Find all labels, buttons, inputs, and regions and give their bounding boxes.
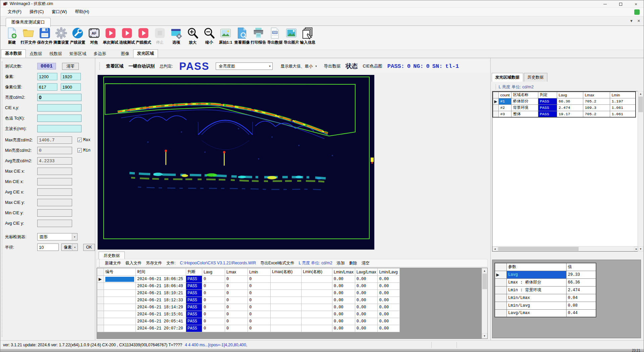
tool-printer[interactable]: 打印报告: [250, 26, 267, 50]
history-table-row[interactable]: 2024-06-21 18:15:01PASS0000.000.000.00: [97, 311, 400, 318]
history-table-row[interactable]: 2024-06-21 18:12:33PASS0000.000.000.00: [97, 297, 400, 304]
scrollbar-thumb[interactable]: [498, 247, 579, 251]
tool-open-folder[interactable]: 打开文件: [20, 26, 37, 50]
history-table-row[interactable]: 2024-06-21 18:14:29PASS0000.000.000.00: [97, 304, 400, 311]
export-excel-button[interactable]: 导出Excel格式文件: [260, 260, 294, 266]
region-table-row[interactable]: #2背景环境PASS2.474109.31.061: [493, 104, 636, 111]
tab-list-dropdown-icon[interactable]: ▼: [630, 19, 633, 23]
cyan-input[interactable]: [37, 115, 82, 122]
toolbar-grip[interactable]: [99, 62, 100, 70]
ok-button[interactable]: OK: [83, 244, 95, 251]
gray-readout[interactable]: [37, 178, 72, 185]
display-mode-select[interactable]: 显示最大值、最小 ▼: [278, 62, 319, 70]
minimize-button[interactable]: [597, 0, 613, 8]
parameter-table-row[interactable]: Lmax : 桥体部分66.36: [495, 278, 596, 286]
close-button[interactable]: ×: [628, 0, 644, 8]
checkbox-min[interactable]: ✓: [77, 148, 82, 153]
load-file-button[interactable]: 载入文件: [125, 260, 142, 266]
history-table-row[interactable]: 2024-06-21 18:10:21PASS0000.000.000.00: [97, 290, 400, 297]
cursor-detector-select[interactable]: 圆形▼: [37, 233, 77, 240]
gray-readout[interactable]: [37, 188, 72, 196]
tool-zoom-out[interactable]: 缩小: [201, 26, 217, 50]
pair-input[interactable]: [37, 73, 57, 80]
parameter-table-row[interactable]: Lavg/Lmax0.44: [495, 309, 596, 317]
tool-image-original[interactable]: 原始1:1: [217, 26, 234, 50]
tab-close-icon[interactable]: ✕: [637, 19, 640, 23]
tool-play-single[interactable]: 单次测试: [102, 26, 119, 50]
maximize-button[interactable]: [613, 0, 628, 8]
tab-history-data-right[interactable]: 历史数据: [524, 73, 547, 82]
subtab-line-data[interactable]: 线数据: [46, 50, 66, 58]
subtab-point-data[interactable]: 点数据: [26, 50, 46, 58]
save-as-button[interactable]: 另存文件: [146, 260, 162, 266]
clear-button[interactable]: 清空: [362, 260, 370, 266]
menu-file[interactable]: 文件(F): [4, 8, 25, 16]
tool-export-image[interactable]: 导出图片: [283, 26, 300, 50]
menu-help[interactable]: 帮助(H): [71, 8, 93, 16]
add-button[interactable]: 添加: [337, 260, 345, 266]
delete-button[interactable]: 删除: [349, 260, 357, 266]
scrollbar-thumb[interactable]: [482, 274, 487, 289]
scrollbar-thumb[interactable]: [638, 97, 643, 112]
subtab-image[interactable]: 图像: [117, 50, 133, 58]
view-region-button[interactable]: 查看区域: [106, 63, 123, 69]
parameter-table-row[interactable]: ▶Lavg29.33: [495, 271, 596, 278]
cyan-input[interactable]: [37, 125, 82, 132]
tool-save-disk[interactable]: 保存文件: [37, 26, 53, 50]
gray-readout[interactable]: [37, 220, 72, 227]
pair-input[interactable]: [61, 83, 81, 91]
tool-zoom-in[interactable]: 放大: [184, 26, 201, 50]
tab-history-data[interactable]: 历史数据: [99, 252, 125, 260]
subtab-rect-region[interactable]: 矩形区域: [66, 50, 90, 58]
gray-readout[interactable]: [37, 199, 72, 206]
gray-readout[interactable]: [37, 168, 72, 175]
scroll-left-icon[interactable]: ◄: [492, 247, 498, 251]
status-button[interactable]: 状态: [345, 62, 358, 70]
auto-detect-button[interactable]: 一键自动识别: [128, 63, 155, 69]
tool-options[interactable]: 选项: [168, 26, 184, 50]
new-file-button[interactable]: 新建文件: [105, 260, 121, 266]
gray-readout[interactable]: [37, 209, 72, 217]
gray-readout[interactable]: [37, 147, 72, 154]
pair-input[interactable]: [37, 83, 57, 91]
menu-window[interactable]: 窗口(W): [48, 8, 71, 16]
region-horizontal-scrollbar[interactable]: ◄ ►: [492, 246, 639, 251]
region-table-row[interactable]: #3整体PASS19.17705.21.061: [493, 111, 636, 117]
history-table-row[interactable]: 2024-06-21 20:07:20PASS0000.000.000.00: [97, 325, 400, 332]
brightness-map-select[interactable]: 全亮度图 ▼: [216, 62, 273, 70]
clear-count-button[interactable]: 清零: [62, 63, 79, 70]
history-table-row[interactable]: 2024-06-21 18:06:49PASS0000.000.000.00: [97, 283, 400, 290]
tool-autofocus[interactable]: AF对焦: [86, 26, 102, 50]
tool-view-image[interactable]: 查看图像: [234, 26, 250, 50]
export-data-button[interactable]: 导出数据: [324, 63, 340, 69]
history-vertical-scrollbar[interactable]: ▲ ▼: [482, 268, 487, 339]
subtab-polygon[interactable]: 多边形: [90, 50, 110, 58]
tool-play-continuous[interactable]: 连续测试: [119, 26, 135, 50]
menu-operate[interactable]: 操作(C): [25, 8, 48, 16]
tab-image-brightness-test[interactable]: 图像亮度测试窗口: [6, 18, 51, 27]
gray-readout[interactable]: [37, 136, 72, 144]
unit-select[interactable]: 像素▼: [61, 244, 78, 251]
pair-input[interactable]: [61, 73, 81, 80]
region-vertical-scrollbar[interactable]: ▲ ▼: [638, 91, 643, 252]
region-table-row[interactable]: ▶#1桥体部分PASS66.36705.21.197: [493, 98, 636, 104]
parameter-table-row[interactable]: Lmin/Lavg0.08: [495, 302, 596, 309]
radius-input[interactable]: [37, 244, 59, 251]
toolbar-grip[interactable]: [99, 259, 100, 267]
checkbox-max[interactable]: ✓: [77, 138, 82, 142]
tool-measure-gear[interactable]: 测量设置: [53, 26, 69, 50]
tab-luminous-region-data[interactable]: 发光区域数据: [492, 73, 523, 82]
subtab-basic-data[interactable]: 基本数据: [1, 49, 26, 58]
scroll-up-icon[interactable]: ▲: [638, 91, 643, 96]
cyan-input[interactable]: [37, 94, 82, 101]
subtab-luminous-region[interactable]: 发光区域: [133, 49, 158, 58]
gray-readout[interactable]: [37, 157, 72, 165]
history-table-row[interactable]: 2024-06-21 20:05:41PASS0000.000.000.00: [97, 318, 400, 325]
scroll-up-icon[interactable]: ▲: [482, 268, 487, 273]
tool-new-file[interactable]: 新建: [4, 26, 20, 50]
cie-chart-button[interactable]: CIE色品图: [363, 63, 382, 69]
parameter-table-row[interactable]: Lmin/Lmax0.04: [495, 294, 596, 302]
parameter-table-row[interactable]: Lmin : 背景环境2.474: [495, 286, 596, 294]
cyan-input[interactable]: [37, 104, 82, 112]
tool-play-line[interactable]: 产线模式: [135, 26, 152, 50]
